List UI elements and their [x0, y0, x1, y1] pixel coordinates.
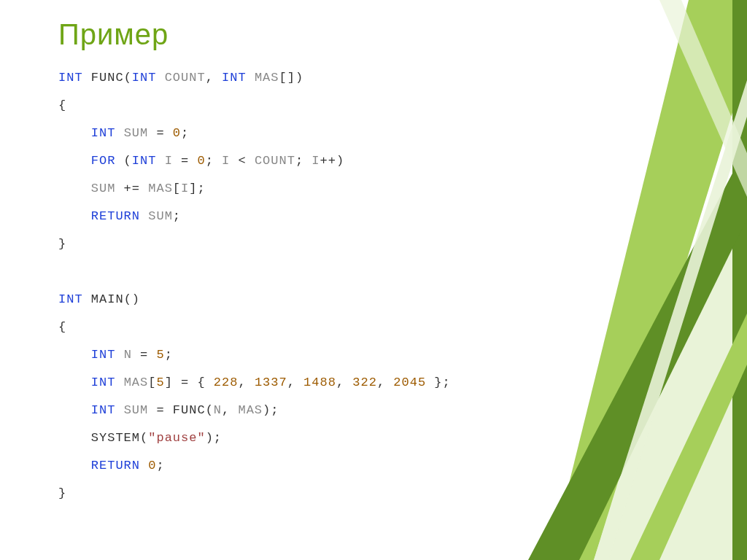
- deco-shape: [594, 80, 747, 560]
- code-token: [140, 459, 148, 472]
- code-token: [: [173, 182, 181, 195]
- code-token: 2045: [393, 376, 426, 389]
- code-token: [115, 348, 123, 362]
- code-line: [58, 258, 451, 286]
- code-token: ;: [156, 459, 164, 472]
- code-token: );: [206, 431, 222, 445]
- code-token: func: [173, 403, 206, 417]
- code-token: }: [58, 237, 66, 251]
- code-token: <: [230, 154, 255, 168]
- code-token: ,: [336, 376, 352, 389]
- code-token: ;: [181, 126, 189, 140]
- code-token: ] = {: [165, 376, 214, 389]
- code-token: int: [132, 154, 157, 168]
- code-token: [247, 71, 255, 85]
- code-token: int: [222, 71, 247, 85]
- code-token: ;: [295, 154, 311, 168]
- code-token: i: [181, 182, 189, 195]
- code-line: int main(): [58, 286, 451, 314]
- code-token: };: [426, 376, 451, 389]
- code-token: sum: [91, 182, 116, 195]
- code-token: =: [148, 403, 173, 417]
- code-token: ,: [377, 376, 393, 389]
- code-token: ,: [238, 376, 254, 389]
- code-token: 0: [173, 126, 181, 140]
- code-line: {: [58, 92, 451, 120]
- code-token: []): [279, 71, 303, 85]
- code-token: int: [91, 403, 116, 417]
- code-line: return sum;: [58, 203, 451, 230]
- code-line: {: [58, 314, 451, 341]
- code-line: int sum = 0;: [58, 120, 451, 147]
- code-token: [83, 292, 91, 306]
- code-token: (: [124, 71, 132, 85]
- code-token: 0: [148, 459, 156, 472]
- code-token: }: [58, 486, 66, 500]
- code-token: int: [58, 292, 83, 306]
- code-token: i: [311, 154, 320, 168]
- code-line: sum += mas[i];: [58, 175, 451, 203]
- code-line: int n = 5;: [58, 341, 451, 369]
- code-token: return: [91, 209, 140, 223]
- code-token: [115, 403, 123, 417]
- code-token: ++): [320, 154, 345, 168]
- code-token: =: [132, 348, 157, 362]
- decoration-panel: [441, 0, 747, 560]
- code-token: mas: [238, 403, 263, 417]
- code-token: func: [91, 71, 124, 85]
- code-line: }: [58, 230, 451, 258]
- code-token: system: [91, 431, 140, 445]
- code-token: [58, 348, 91, 362]
- code-token: int: [58, 71, 83, 85]
- code-token: 0: [197, 154, 205, 168]
- code-token: 5: [156, 376, 164, 389]
- deco-shape: [528, 146, 747, 560]
- code-token: ,: [206, 71, 222, 85]
- deco-shape: [550, 0, 747, 560]
- code-token: 1488: [303, 376, 336, 389]
- code-token: main: [91, 292, 124, 306]
- code-token: [83, 71, 91, 85]
- code-line: for (int i = 0; i < count; i++): [58, 147, 451, 175]
- code-token: 322: [352, 376, 377, 389]
- code-token: "pause": [148, 431, 205, 445]
- code-token: mas: [124, 376, 149, 389]
- code-token: [: [148, 376, 156, 389]
- code-token: [58, 209, 91, 223]
- code-token: [156, 71, 164, 85]
- code-token: i: [222, 154, 230, 168]
- code-token: [58, 376, 91, 389]
- code-token: ,: [287, 376, 303, 389]
- code-token: count: [255, 154, 295, 168]
- code-line: int mas[5] = { 228, 1337, 1488, 322, 204…: [58, 369, 451, 397]
- code-token: int: [132, 71, 157, 85]
- code-token: mas: [148, 182, 173, 195]
- code-token: ;: [165, 348, 173, 362]
- code-token: ;: [173, 209, 181, 223]
- code-token: 1337: [255, 376, 287, 389]
- code-line: return 0;: [58, 452, 451, 480]
- code-token: for: [91, 154, 116, 168]
- code-token: [58, 431, 91, 445]
- code-token: 5: [156, 348, 164, 362]
- code-token: (): [124, 292, 140, 306]
- slide: Пример int func(int count, int mas[]){ i…: [0, 0, 747, 560]
- code-token: [115, 126, 123, 140]
- code-token: n: [214, 403, 222, 417]
- deco-shape: [557, 204, 747, 560]
- code-token: [58, 126, 91, 140]
- code-token: sum: [124, 126, 149, 140]
- code-line: system("pause");: [58, 424, 451, 452]
- code-token: int: [91, 126, 116, 140]
- code-line: int func(int count, int mas[]): [58, 64, 451, 92]
- code-token: {: [58, 320, 66, 334]
- code-token: [115, 376, 123, 389]
- slide-title: Пример: [58, 18, 169, 51]
- code-token: +=: [115, 182, 148, 195]
- code-token: ;: [206, 154, 222, 168]
- code-token: i: [165, 154, 173, 168]
- code-token: count: [165, 71, 206, 85]
- deco-shape: [630, 314, 747, 560]
- code-token: (: [140, 431, 148, 445]
- code-token: ];: [189, 182, 205, 195]
